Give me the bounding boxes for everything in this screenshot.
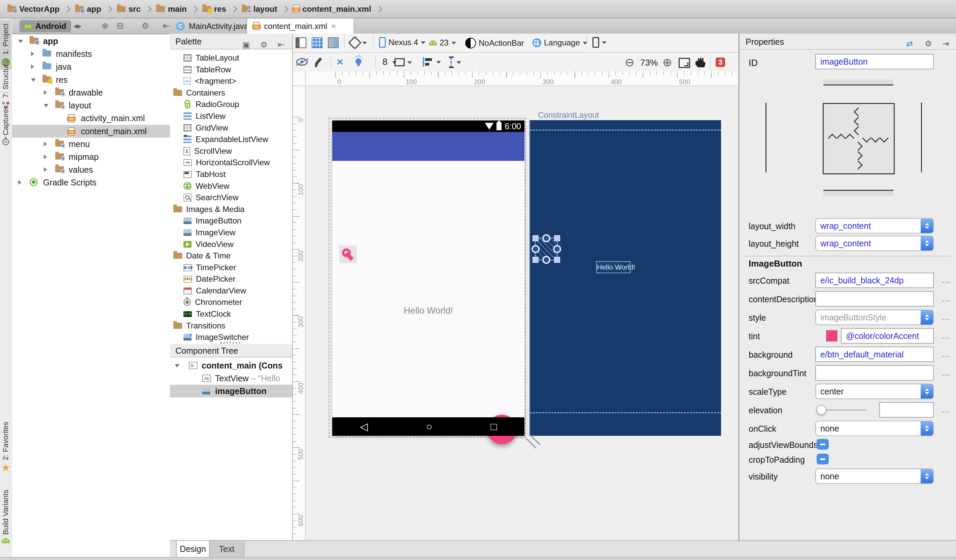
palette-item[interactable]: VideoView	[170, 238, 306, 250]
tint-field[interactable]: @color/colorAccent	[841, 328, 934, 344]
resize-handle[interactable]	[554, 257, 560, 263]
style-combo[interactable]: imageButtonStyle	[815, 310, 934, 325]
device-selector[interactable]: Nexus 4	[379, 37, 426, 48]
collapse-arrow-icon[interactable]	[31, 52, 35, 56]
stepper-icon[interactable]	[921, 218, 934, 233]
gear-icon[interactable]: ⚙	[260, 37, 267, 52]
constraint-anchor[interactable]	[531, 245, 539, 253]
elevation-slider-track[interactable]	[820, 409, 867, 411]
background-field[interactable]: e/btn_default_material	[815, 347, 934, 362]
component-imagebutton-node[interactable]: imageButton	[170, 385, 292, 397]
tree-item-drawable[interactable]: drawable	[12, 86, 170, 99]
constraint-anchor[interactable]	[542, 234, 550, 242]
resize-handle[interactable]	[554, 235, 560, 241]
locate-file-icon[interactable]: ⊕	[102, 21, 108, 31]
palette-item[interactable]: ImageView	[170, 227, 306, 238]
breadcrumb-item-project[interactable]: VectorApp	[8, 5, 60, 14]
imagebutton-widget[interactable]	[339, 246, 357, 263]
palette-item[interactable]: ScrollView	[170, 145, 306, 157]
dock-icon[interactable]: ⇥	[942, 36, 949, 52]
gear-icon[interactable]: ⚙	[925, 36, 932, 52]
elevation-field[interactable]	[879, 402, 934, 418]
palette-item[interactable]: GridView	[170, 122, 306, 133]
palette-item[interactable]: ExpandableListView	[170, 133, 306, 145]
textview-widget[interactable]: Hello World!	[332, 306, 524, 316]
collapse-arrow-icon[interactable]	[18, 180, 22, 185]
tree-item-menu[interactable]: menu	[12, 138, 170, 151]
collapse-arrow-icon[interactable]	[31, 64, 35, 69]
device-preview[interactable]: 6:00 Hello World! ◁ ○ □	[332, 121, 524, 436]
color-swatch[interactable]	[826, 330, 838, 342]
resize-handle[interactable]	[533, 235, 539, 241]
tree-item-content-main[interactable]: content_main.xml	[12, 125, 170, 138]
tool-button-build-variants[interactable]: Build Variants	[0, 486, 11, 546]
layout-height-combo[interactable]: wrap_content	[815, 235, 934, 251]
tree-item-mipmap[interactable]: mipmap	[12, 151, 170, 163]
palette-item[interactable]: Chronometer	[170, 296, 306, 308]
palette-group[interactable]: Images & Media	[170, 204, 296, 215]
design-view-icon[interactable]	[296, 38, 306, 48]
collapse-arrow-icon[interactable]	[44, 167, 47, 172]
default-margin-value[interactable]: 8	[382, 57, 387, 67]
elevation-slider-knob[interactable]	[816, 405, 826, 415]
palette-item[interactable]: CalendarView	[170, 285, 306, 296]
swap-panels-icon[interactable]: ⇄	[906, 36, 913, 52]
orientation-icon[interactable]	[350, 38, 367, 47]
palette-item[interactable]: HorizontalScrollView	[170, 157, 306, 168]
palette-group[interactable]: Transitions	[170, 320, 296, 331]
component-root-node[interactable]: content_main (Cons	[170, 359, 292, 372]
pack-icon[interactable]	[395, 58, 412, 66]
left-anchor-bar[interactable]	[766, 103, 766, 172]
browse-icon[interactable]: …	[939, 312, 953, 322]
breadcrumb-item-src[interactable]: src	[117, 5, 141, 14]
blueprint-preview[interactable]: Hello World!	[529, 120, 721, 436]
breadcrumb-item-file[interactable]: content_main.xml	[293, 5, 371, 14]
tree-item-app[interactable]: app	[12, 35, 170, 47]
close-icon[interactable]: ×	[331, 22, 336, 31]
collapse-arrow-icon[interactable]	[44, 142, 47, 146]
scaletype-combo[interactable]: center	[815, 384, 934, 399]
stepper-icon[interactable]	[921, 310, 934, 325]
autoconnect-icon[interactable]	[313, 57, 323, 67]
visibility-combo[interactable]: none	[815, 469, 934, 484]
breadcrumb-item-layout[interactable]: layout	[242, 5, 277, 14]
onclick-combo[interactable]: none	[815, 421, 934, 436]
blueprint-view-icon[interactable]	[312, 38, 322, 48]
clear-constraints-icon[interactable]: ×	[336, 56, 343, 67]
palette-item[interactable]: TimePicker	[170, 262, 306, 273]
locale-selector[interactable]: Language	[533, 38, 587, 47]
right-anchor-bar[interactable]	[921, 103, 922, 172]
tool-button-captures[interactable]: Captures	[0, 102, 11, 149]
back-forward-icon[interactable]: ◂▸	[73, 21, 82, 31]
copy-icon[interactable]: ▣	[242, 37, 250, 52]
collapse-all-icon[interactable]: ⊟	[117, 21, 124, 31]
browse-icon[interactable]: …	[939, 404, 953, 415]
expand-arrow-icon[interactable]	[44, 104, 49, 107]
infer-constraints-icon[interactable]	[355, 58, 362, 64]
tree-item-activity-main[interactable]: activity_main.xml	[12, 112, 170, 124]
gear-icon[interactable]: ⚙	[142, 21, 149, 31]
layout-width-combo[interactable]: wrap_content	[815, 218, 934, 234]
tab-design[interactable]: Design	[176, 541, 210, 557]
breadcrumb-item-res[interactable]: res	[202, 5, 226, 14]
align-icon[interactable]	[423, 57, 441, 67]
expand-arrow-icon[interactable]	[175, 364, 179, 367]
splitter-handle[interactable]	[220, 342, 242, 344]
tree-item-manifests[interactable]: manifests	[12, 47, 170, 60]
zoom-out-icon[interactable]: ⊖	[625, 55, 635, 69]
browse-icon[interactable]: …	[939, 293, 953, 304]
blueprint-root-label[interactable]: ConstraintLayout	[538, 110, 599, 120]
error-badge[interactable]: 3	[715, 58, 725, 67]
both-views-icon[interactable]	[328, 38, 339, 48]
browse-icon[interactable]: …	[939, 275, 953, 285]
adjustviewbounds-checkbox[interactable]	[817, 439, 829, 450]
collapse-arrow-icon[interactable]	[44, 154, 47, 159]
constraint-anchor[interactable]	[553, 245, 561, 253]
browse-icon[interactable]: …	[939, 367, 953, 378]
srccompat-field[interactable]: e/ic_build_black_24dp	[815, 273, 934, 288]
contentdescription-field[interactable]	[815, 291, 934, 307]
show-constraints-icon[interactable]	[296, 58, 308, 66]
breadcrumb-item-app[interactable]: app	[75, 5, 101, 14]
virtual-device-icon[interactable]	[593, 37, 607, 48]
palette-item[interactable]: WebView	[170, 180, 306, 192]
